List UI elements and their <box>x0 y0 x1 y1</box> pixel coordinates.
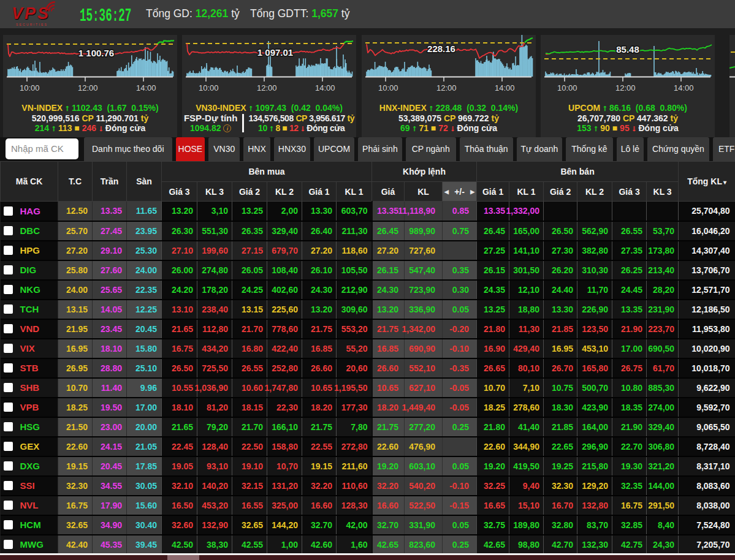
svg-text:85.48: 85.48 <box>616 44 639 55</box>
svg-text:228.16: 228.16 <box>427 44 455 54</box>
svg-text:1 097.01: 1 097.01 <box>257 47 293 58</box>
svg-text:1 100.76: 1 100.76 <box>78 48 114 58</box>
